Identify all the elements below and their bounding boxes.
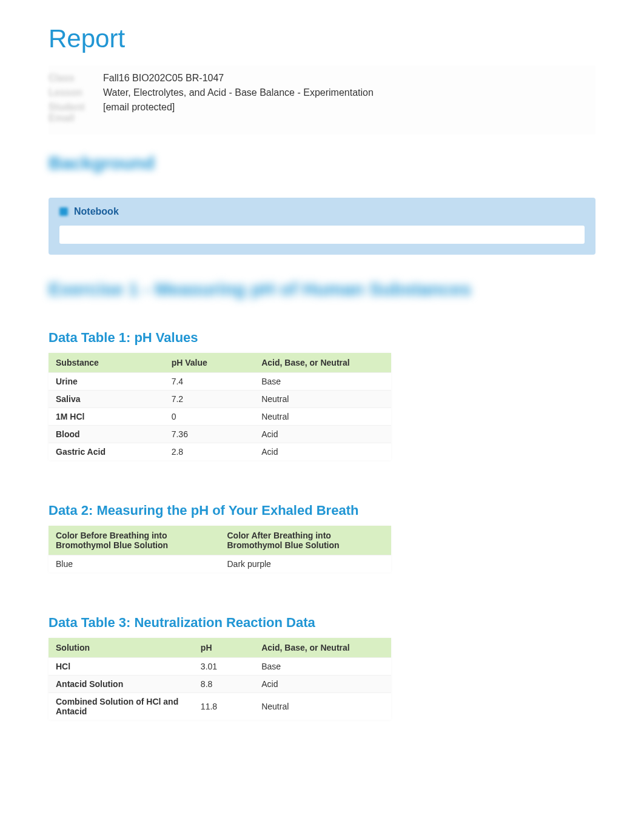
table3-header-ph: pH [193, 638, 254, 658]
cell-ph: 2.8 [164, 443, 255, 461]
table1-header-ph: pH Value [164, 353, 255, 373]
cell-abn: Base [254, 373, 391, 391]
meta-value-class: Fall16 BIO202C05 BR-1047 [103, 73, 224, 84]
cell-ph: 7.4 [164, 373, 255, 391]
cell-ph: 7.36 [164, 426, 255, 443]
cell-abn: Neutral [254, 693, 391, 720]
data-table-1: Substance pH Value Acid, Base, or Neutra… [49, 353, 391, 460]
cell-abn: Acid [254, 676, 391, 693]
table3-header-abn: Acid, Base, or Neutral [254, 638, 391, 658]
cell-abn: Neutral [254, 391, 391, 408]
table3-title: Data Table 3: Neutralization Reaction Da… [49, 615, 595, 631]
background-heading: Background [49, 153, 595, 173]
cell-abn: Base [254, 658, 391, 676]
data-table-2: Color Before Breathing into Bromothymol … [49, 526, 391, 572]
cell-substance: 1M HCl [49, 408, 164, 426]
notebook-panel: Notebook [49, 198, 595, 255]
table3-header-solution: Solution [49, 638, 193, 658]
cell-ph: 11.8 [193, 693, 254, 720]
notebook-title: Notebook [74, 206, 119, 217]
cell-abn: Acid [254, 443, 391, 461]
table1-title: Data Table 1: pH Values [49, 330, 595, 346]
meta-value-email: [email protected] [103, 102, 175, 124]
page-title: Report [49, 24, 595, 53]
table2-header-before: Color Before Breathing into Bromothymol … [49, 526, 220, 555]
notebook-header: Notebook [59, 206, 585, 217]
notebook-icon [59, 207, 68, 216]
cell-ph: 0 [164, 408, 255, 426]
table-row: Saliva 7.2 Neutral [49, 391, 391, 408]
table-row: Gastric Acid 2.8 Acid [49, 443, 391, 461]
cell-solution: Combined Solution of HCl and Antacid [49, 693, 193, 720]
table2-title: Data 2: Measuring the pH of Your Exhaled… [49, 503, 595, 518]
meta-section: Class Fall16 BIO202C05 BR-1047 Lesson Wa… [49, 65, 595, 135]
table-row: Blue Dark purple [49, 555, 391, 573]
table-row: HCl 3.01 Base [49, 658, 391, 676]
cell-abn: Acid [254, 426, 391, 443]
cell-substance: Blood [49, 426, 164, 443]
cell-solution: Antacid Solution [49, 676, 193, 693]
meta-row-class: Class Fall16 BIO202C05 BR-1047 [49, 73, 595, 84]
meta-row-email: Student Email [email protected] [49, 102, 595, 124]
meta-label: Lesson [49, 87, 103, 98]
cell-ph: 8.8 [193, 676, 254, 693]
cell-before: Blue [49, 555, 220, 573]
cell-substance: Urine [49, 373, 164, 391]
cell-abn: Neutral [254, 408, 391, 426]
table2-header-after: Color After Breathing into Bromothymol B… [220, 526, 392, 555]
cell-substance: Gastric Acid [49, 443, 164, 461]
cell-substance: Saliva [49, 391, 164, 408]
cell-after: Dark purple [220, 555, 392, 573]
data-table-3: Solution pH Acid, Base, or Neutral HCl 3… [49, 638, 391, 720]
cell-ph: 7.2 [164, 391, 255, 408]
meta-label: Student Email [49, 102, 103, 124]
meta-label: Class [49, 73, 103, 84]
cell-ph: 3.01 [193, 658, 254, 676]
table-row: 1M HCl 0 Neutral [49, 408, 391, 426]
meta-value-lesson: Water, Electrolytes, and Acid - Base Bal… [103, 87, 374, 98]
table1-header-abn: Acid, Base, or Neutral [254, 353, 391, 373]
table-row: Antacid Solution 8.8 Acid [49, 676, 391, 693]
cell-solution: HCl [49, 658, 193, 676]
table-row: Blood 7.36 Acid [49, 426, 391, 443]
table-row: Combined Solution of HCl and Antacid 11.… [49, 693, 391, 720]
table-row: Urine 7.4 Base [49, 373, 391, 391]
exercise-heading: Exercise 1 - Measuring pH of Human Subst… [49, 279, 595, 300]
meta-row-lesson: Lesson Water, Electrolytes, and Acid - B… [49, 87, 595, 98]
notebook-input[interactable] [59, 226, 585, 244]
table1-header-substance: Substance [49, 353, 164, 373]
